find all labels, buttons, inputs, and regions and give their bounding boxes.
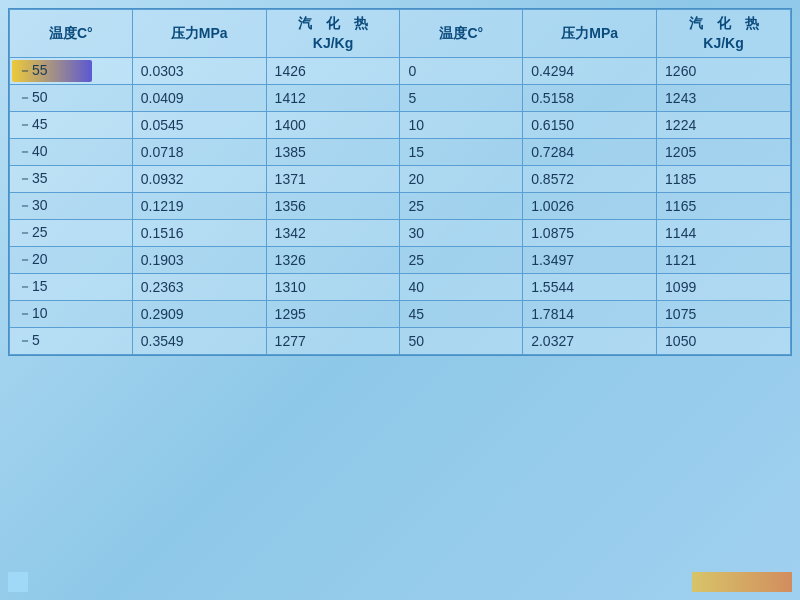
table-cell-heat2: 1099: [657, 274, 791, 301]
table-cell-press1: 0.1219: [132, 193, 266, 220]
table-cell-temp1: －45: [10, 112, 133, 139]
table-cell-heat2: 1075: [657, 301, 791, 328]
table-cell-heat1: 1295: [266, 301, 400, 328]
table-cell-heat1: 1342: [266, 220, 400, 247]
table-cell-press1: 0.0718: [132, 139, 266, 166]
table-cell-temp1: －55: [10, 58, 133, 85]
table-cell-heat2: 1224: [657, 112, 791, 139]
table-cell-heat1: 1426: [266, 58, 400, 85]
left-accent-decoration: [8, 572, 28, 592]
table-cell-press1: 0.2909: [132, 301, 266, 328]
table-wrapper: 温度C° 压力MPa 汽 化 热 KJ/Kg 温度C° 压力MPa: [8, 8, 792, 356]
table-cell-temp2: 20: [400, 166, 523, 193]
table-cell-press2: 2.0327: [523, 328, 657, 355]
table-cell-press1: 0.0932: [132, 166, 266, 193]
table-cell-temp2: 25: [400, 247, 523, 274]
table-cell-press2: 1.5544: [523, 274, 657, 301]
table-cell-heat2: 1260: [657, 58, 791, 85]
table-cell-heat2: 1185: [657, 166, 791, 193]
table-cell-temp2: 45: [400, 301, 523, 328]
table-cell-temp1: －15: [10, 274, 133, 301]
header-heat2: 汽 化 热 KJ/Kg: [657, 10, 791, 58]
table-cell-press2: 1.3497: [523, 247, 657, 274]
table-cell-temp2: 50: [400, 328, 523, 355]
table-cell-heat2: 1205: [657, 139, 791, 166]
table-cell-heat1: 1385: [266, 139, 400, 166]
header-press2: 压力MPa: [523, 10, 657, 58]
header-temp2: 温度C°: [400, 10, 523, 58]
table-cell-press2: 0.5158: [523, 85, 657, 112]
table-cell-temp1: －30: [10, 193, 133, 220]
table-cell-press1: 0.0303: [132, 58, 266, 85]
table-cell-temp2: 30: [400, 220, 523, 247]
table-cell-press2: 0.7284: [523, 139, 657, 166]
table-cell-heat2: 1121: [657, 247, 791, 274]
table-cell-heat2: 1243: [657, 85, 791, 112]
table-cell-press2: 0.4294: [523, 58, 657, 85]
table-cell-press1: 0.2363: [132, 274, 266, 301]
table-cell-temp1: －35: [10, 166, 133, 193]
table-cell-heat1: 1356: [266, 193, 400, 220]
table-cell-temp1: －20: [10, 247, 133, 274]
header-heat1: 汽 化 热 KJ/Kg: [266, 10, 400, 58]
table-cell-temp1: －25: [10, 220, 133, 247]
table-cell-heat1: 1400: [266, 112, 400, 139]
table-cell-press1: 0.1516: [132, 220, 266, 247]
header-press1: 压力MPa: [132, 10, 266, 58]
table-cell-temp1: －5: [10, 328, 133, 355]
table-cell-press2: 1.0875: [523, 220, 657, 247]
table-cell-heat2: 1165: [657, 193, 791, 220]
table-cell-temp2: 25: [400, 193, 523, 220]
table-cell-temp2: 40: [400, 274, 523, 301]
table-cell-press1: 0.3549: [132, 328, 266, 355]
table-cell-heat1: 1277: [266, 328, 400, 355]
bottom-accent-decoration: [692, 572, 792, 592]
table-cell-temp2: 0: [400, 58, 523, 85]
table-cell-press2: 1.7814: [523, 301, 657, 328]
table-cell-heat1: 1326: [266, 247, 400, 274]
table-cell-press2: 1.0026: [523, 193, 657, 220]
table-cell-temp1: －10: [10, 301, 133, 328]
data-table: 温度C° 压力MPa 汽 化 热 KJ/Kg 温度C° 压力MPa: [9, 9, 791, 355]
table-cell-temp1: －50: [10, 85, 133, 112]
table-cell-heat1: 1412: [266, 85, 400, 112]
table-cell-press1: 0.1903: [132, 247, 266, 274]
table-cell-temp1: －40: [10, 139, 133, 166]
table-cell-heat2: 1144: [657, 220, 791, 247]
table-cell-press2: 0.8572: [523, 166, 657, 193]
table-cell-temp2: 5: [400, 85, 523, 112]
table-cell-press1: 0.0409: [132, 85, 266, 112]
table-cell-press2: 0.6150: [523, 112, 657, 139]
table-cell-heat1: 1310: [266, 274, 400, 301]
table-cell-temp2: 10: [400, 112, 523, 139]
table-cell-press1: 0.0545: [132, 112, 266, 139]
table-cell-heat2: 1050: [657, 328, 791, 355]
table-cell-temp2: 15: [400, 139, 523, 166]
header-temp1: 温度C°: [10, 10, 133, 58]
table-cell-heat1: 1371: [266, 166, 400, 193]
page-container: 温度C° 压力MPa 汽 化 热 KJ/Kg 温度C° 压力MPa: [0, 0, 800, 600]
